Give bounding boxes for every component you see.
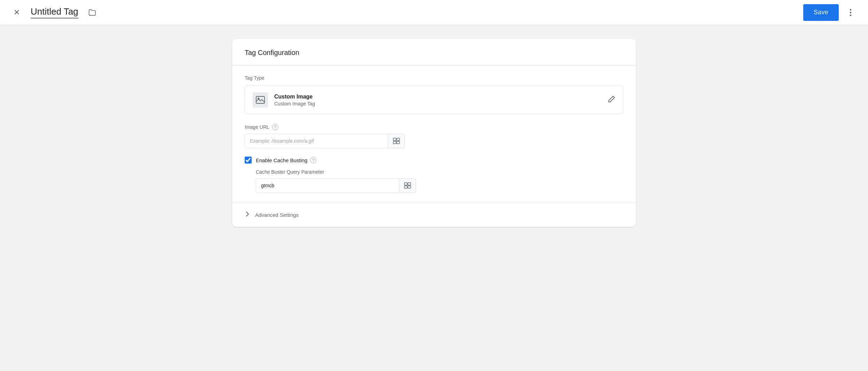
chevron-icon xyxy=(245,211,250,218)
cache-busting-section: Enable Cache Busting ? xyxy=(245,157,623,164)
save-button[interactable]: Save xyxy=(803,4,839,21)
cache-buster-param-label: Cache Buster Query Parameter xyxy=(256,169,623,175)
card-body: Tag Type Custom Image Custom Image Tag xyxy=(232,65,636,203)
image-url-input[interactable] xyxy=(245,134,388,148)
tag-type-label: Tag Type xyxy=(245,75,623,81)
tag-type-description: Custom Image Tag xyxy=(274,101,315,106)
svg-rect-9 xyxy=(404,183,407,185)
header: ✕ Untitled Tag Save xyxy=(0,0,868,25)
svg-rect-12 xyxy=(408,186,411,188)
main-content: Tag Configuration Tag Type xyxy=(0,25,868,371)
close-button[interactable]: ✕ xyxy=(10,6,24,19)
more-icon xyxy=(850,8,852,17)
image-url-section: Image URL ? xyxy=(245,124,623,148)
tag-type-icon xyxy=(253,92,268,108)
tag-type-info: Custom Image Custom Image Tag xyxy=(274,94,315,106)
svg-point-2 xyxy=(850,14,851,16)
chevron-right-icon xyxy=(245,211,250,219)
svg-point-0 xyxy=(850,9,851,10)
svg-rect-11 xyxy=(404,186,407,188)
cache-busting-help-icon[interactable]: ? xyxy=(310,157,316,163)
advanced-settings-section: Advanced Settings xyxy=(232,203,636,227)
tag-type-selector[interactable]: Custom Image Custom Image Tag xyxy=(245,86,623,114)
tag-configuration-card: Tag Configuration Tag Type xyxy=(232,39,636,227)
cache-busting-label-row: Enable Cache Busting ? xyxy=(256,157,316,163)
pencil-icon xyxy=(608,95,615,103)
image-icon xyxy=(256,96,265,104)
variable-icon xyxy=(404,182,411,189)
cache-buster-input[interactable] xyxy=(256,179,399,192)
svg-rect-7 xyxy=(393,141,396,144)
image-url-help-icon[interactable]: ? xyxy=(272,124,278,130)
card-section-title: Tag Configuration xyxy=(232,39,636,65)
svg-rect-6 xyxy=(397,138,400,141)
close-icon: ✕ xyxy=(14,8,20,17)
svg-point-1 xyxy=(850,11,851,13)
tag-type-left: Custom Image Custom Image Tag xyxy=(253,92,315,108)
folder-button[interactable] xyxy=(85,6,99,19)
image-url-label-row: Image URL ? xyxy=(245,124,623,130)
tag-type-name: Custom Image xyxy=(274,94,315,100)
cache-buster-variable-button[interactable] xyxy=(399,179,416,192)
header-right: Save xyxy=(803,4,858,21)
page-title: Untitled Tag xyxy=(31,6,78,18)
advanced-settings-label: Advanced Settings xyxy=(255,212,299,218)
cache-busting-checkbox[interactable] xyxy=(245,157,252,164)
svg-rect-8 xyxy=(397,141,400,144)
image-url-label: Image URL xyxy=(245,124,269,130)
cache-buster-input-row xyxy=(256,178,416,193)
variable-icon xyxy=(393,138,400,144)
advanced-settings-toggle[interactable]: Advanced Settings xyxy=(245,211,623,219)
cache-busting-label: Enable Cache Busting xyxy=(256,157,307,163)
svg-rect-10 xyxy=(408,183,411,185)
header-left: ✕ Untitled Tag xyxy=(10,6,99,19)
image-url-input-row xyxy=(245,134,405,148)
image-url-variable-button[interactable] xyxy=(388,134,404,148)
edit-tag-type-icon[interactable] xyxy=(608,95,615,105)
folder-icon xyxy=(88,9,96,16)
more-options-button[interactable] xyxy=(843,5,858,20)
cache-buster-sub-field: Cache Buster Query Parameter xyxy=(256,169,623,193)
svg-rect-5 xyxy=(393,138,396,141)
